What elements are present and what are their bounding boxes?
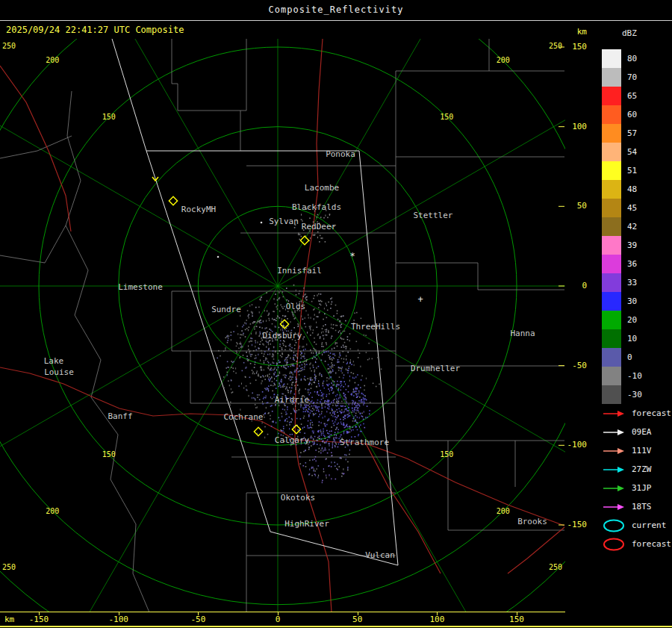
range-ring-label: 150	[440, 450, 453, 458]
111V-arrow-icon	[602, 442, 626, 460]
colorbar-value-label: 48	[627, 184, 637, 194]
range-ring-label: 150	[102, 450, 116, 458]
range-ring-label: 200	[46, 507, 59, 515]
colorbar-row: 51	[602, 161, 642, 180]
place-label: Banff	[108, 411, 132, 421]
colorbar-swatch	[602, 143, 621, 161]
colorbar-swatch	[602, 292, 621, 311]
colorbar-swatch	[602, 124, 621, 143]
colorbar-row: 60	[602, 105, 642, 124]
colorbar-swatch	[602, 367, 621, 385]
track-legend-row: forecast	[602, 404, 671, 423]
place-label: Cochrane	[224, 412, 264, 422]
range-ring-label: 250	[2, 563, 16, 571]
range-ring-label: 250	[549, 563, 562, 571]
colorbar-row: 36	[602, 255, 642, 273]
x-axis-tick-label: 100	[420, 615, 453, 624]
place-label: Blackfalds	[292, 202, 341, 212]
window-title: Composite_Reflectivity	[269, 4, 404, 15]
title-bar: Composite_Reflectivity	[0, 0, 672, 21]
place-label: Vulcan	[365, 550, 395, 560]
x-axis-tick	[437, 612, 438, 615]
radar-map: 150150150150200200200200250250250250Pono…	[0, 39, 565, 612]
colorbar-row: -10	[602, 367, 642, 385]
place-label: Sundre	[211, 305, 241, 314]
colorbar-row: 33	[602, 273, 642, 292]
forecast-ellipse-icon	[602, 535, 626, 553]
radar-application-window: Composite_Reflectivity 2025/09/24 22:41:…	[0, 0, 672, 628]
colorbar-row: 57	[602, 124, 642, 143]
18TS-arrow-icon	[602, 498, 626, 516]
reflectivity-colorbar: 807065605754514845423936333020100-10-30	[602, 49, 642, 404]
colorbar-unit-label: dBZ	[622, 28, 637, 38]
track-legend-row: 31JP	[602, 479, 671, 497]
colorbar-swatch	[602, 311, 621, 329]
station-glyph-icon: +	[417, 294, 423, 305]
storm-track-legend: forecast09EA111V27ZW31JP18TScurrentforec…	[602, 404, 671, 553]
colorbar-value-label: 20	[627, 315, 637, 325]
colorbar-value-label: 0	[627, 352, 632, 362]
colorbar-value-label: -10	[627, 371, 642, 381]
track-legend-label: forecast	[632, 408, 671, 418]
range-ring-label: 200	[46, 56, 59, 64]
track-legend-label: 31JP	[632, 483, 652, 493]
x-axis-tick	[278, 612, 279, 615]
y-axis-tick-label: -150	[563, 520, 587, 529]
current-ellipse-icon	[602, 517, 626, 535]
radar-site-diamond-icon	[254, 427, 262, 435]
station-glyph-icon: *	[349, 251, 355, 261]
track-legend-label: forecast	[632, 539, 671, 549]
colorbar-swatch	[602, 68, 621, 87]
y-axis-tick-label: 150	[563, 42, 587, 52]
range-ring-label: 150	[440, 113, 453, 121]
place-label: Brooks	[517, 517, 547, 526]
x-axis-tick-label: -150	[22, 615, 55, 624]
place-label: Ponoka	[326, 149, 355, 159]
colorbar-row: 70	[602, 68, 642, 87]
forecast-arrow-icon	[602, 405, 626, 423]
range-ring-label: 250	[549, 42, 562, 50]
y-axis-tick-label: 100	[563, 122, 587, 131]
place-label: Sylvan	[269, 217, 299, 226]
station-dot-icon	[217, 256, 220, 258]
colorbar-swatch	[602, 180, 621, 199]
place-label: Olds	[286, 302, 306, 311]
y-axis-tick-label: -100	[563, 440, 587, 450]
track-legend-row: 27ZW	[602, 460, 671, 479]
colorbar-row: 65	[602, 87, 642, 105]
colorbar-value-label: 65	[627, 91, 637, 101]
place-label: Hanna	[510, 329, 535, 338]
range-ring-label: 200	[497, 56, 510, 64]
colorbar-swatch	[602, 217, 621, 236]
track-legend-label: current	[632, 520, 666, 530]
track-legend-row: current	[602, 516, 671, 535]
colorbar-row: -30	[602, 385, 642, 404]
colorbar-value-label: 42	[627, 222, 637, 231]
x-axis-tick-label: -50	[181, 615, 214, 624]
colorbar-value-label: 51	[627, 166, 637, 175]
bottom-border-line	[0, 626, 672, 627]
colorbar-swatch	[602, 348, 621, 367]
colorbar-row: 54	[602, 143, 642, 161]
colorbar-value-label: 60	[627, 110, 637, 119]
y-axis-tick-label: 0	[563, 281, 587, 290]
colorbar-value-label: 54	[627, 147, 637, 157]
track-legend-row: 111V	[602, 441, 671, 460]
colorbar-row: 0	[602, 348, 642, 367]
colorbar-swatch	[602, 49, 621, 68]
place-label: Drumheller	[411, 364, 461, 373]
timestamp-label: 2025/09/24 22:41:27 UTC Composite	[6, 25, 184, 35]
track-legend-row: 09EA	[602, 423, 671, 441]
place-label: Limestone	[118, 282, 163, 292]
place-label: Okotoks	[281, 493, 315, 503]
y-axis-unit-label: km	[559, 27, 587, 37]
place-label: RedDeer	[302, 222, 337, 231]
y-axis-tick-label: -50	[563, 361, 587, 370]
31JP-arrow-icon	[602, 479, 626, 497]
colorbar-row: 30	[602, 292, 642, 311]
range-ring-label: 200	[497, 507, 510, 515]
colorbar-value-label: 36	[627, 259, 637, 269]
track-legend-label: 27ZW	[632, 464, 652, 474]
range-ring-label: 250	[2, 42, 16, 50]
place-label: RockyMH	[181, 205, 216, 214]
